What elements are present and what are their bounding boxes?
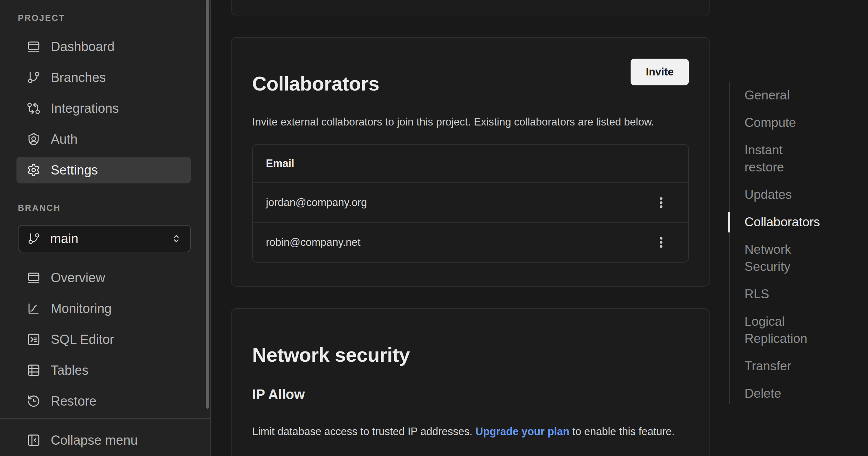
- settings-nav-compute[interactable]: Compute: [744, 114, 839, 131]
- ip-allow-description: Limit database access to trusted IP addr…: [252, 423, 686, 440]
- branch-selector[interactable]: main: [18, 225, 191, 252]
- ip-allow-subtitle: IP Allow: [252, 385, 689, 404]
- sidebar-item-sql-editor[interactable]: SQL Editor: [16, 326, 191, 353]
- network-security-card: Network security IP Allow Limit database…: [231, 308, 710, 456]
- sidebar-item-label: Integrations: [51, 101, 119, 116]
- sql-editor-icon: [27, 333, 40, 346]
- sidebar-item-label: Monitoring: [51, 301, 112, 316]
- git-branch-icon: [27, 71, 40, 84]
- sidebar-item-auth[interactable]: Auth: [16, 126, 191, 153]
- settings-nav-instant-restore[interactable]: Instantrestore: [744, 142, 839, 176]
- sidebar-item-dashboard[interactable]: Dashboard: [16, 33, 191, 60]
- upgrade-plan-link[interactable]: Upgrade your plan: [476, 425, 570, 437]
- sidebar-divider: [0, 418, 210, 419]
- shield-user-icon: [27, 132, 40, 146]
- tables-icon: [27, 363, 40, 377]
- chevrons-up-down-icon: [170, 232, 183, 245]
- monitoring-icon: [27, 302, 40, 315]
- project-nav-list: Dashboard Branches Integrations Auth Set…: [16, 33, 191, 183]
- email-column-header: Email: [266, 157, 294, 170]
- collaborators-title: Collaborators: [252, 72, 689, 96]
- sidebar-item-label: Settings: [51, 163, 98, 178]
- kebab-menu-icon: [654, 195, 669, 210]
- project-section-label: PROJECT: [18, 13, 210, 23]
- nav-item-label: Logical: [744, 313, 839, 330]
- overview-icon: [27, 271, 40, 285]
- table-row: robin@company.net: [253, 223, 688, 262]
- collaborators-description: Invite external collaborators to join th…: [252, 113, 669, 130]
- settings-nav-rls[interactable]: RLS: [744, 286, 839, 303]
- sidebar-item-label: Restore: [51, 394, 96, 409]
- description-text: Limit database access to trusted IP addr…: [252, 425, 476, 437]
- previous-card-partial: [231, 0, 710, 15]
- settings-nav-delete[interactable]: Delete: [744, 385, 839, 402]
- sidebar-item-monitoring[interactable]: Monitoring: [16, 295, 191, 322]
- sidebar-item-label: Tables: [51, 363, 89, 378]
- sidebar-item-label: SQL Editor: [51, 332, 114, 347]
- network-security-title: Network security: [252, 343, 689, 367]
- sidebar-item-settings[interactable]: Settings: [16, 157, 191, 183]
- table-header-row: Email: [253, 145, 688, 183]
- nav-item-label: Updates: [744, 186, 839, 203]
- row-menu-button[interactable]: [654, 195, 669, 210]
- nav-item-label: restore: [744, 159, 839, 176]
- invite-button[interactable]: Invite: [631, 59, 689, 85]
- git-branch-icon: [27, 232, 40, 245]
- integrations-icon: [27, 101, 40, 115]
- nav-item-label: General: [744, 87, 839, 104]
- nav-item-label: Network: [744, 241, 839, 258]
- kebab-menu-icon: [654, 235, 669, 250]
- settings-nav-general[interactable]: General: [744, 87, 839, 104]
- nav-item-label: Compute: [744, 114, 839, 131]
- row-menu-button[interactable]: [654, 235, 669, 250]
- settings-nav-transfer[interactable]: Transfer: [744, 358, 839, 375]
- nav-item-label: Replication: [744, 330, 839, 347]
- sidebar-item-label: Dashboard: [51, 39, 115, 54]
- sidebar-item-label: Auth: [51, 132, 78, 147]
- nav-item-label: Delete: [744, 385, 839, 402]
- settings-nav-logical-replication[interactable]: LogicalReplication: [744, 313, 839, 347]
- panel-collapse-icon: [27, 433, 40, 447]
- sidebar-item-label: Overview: [51, 271, 105, 285]
- sidebar-item-branches[interactable]: Branches: [16, 64, 191, 91]
- sidebar-item-label: Branches: [51, 70, 106, 85]
- sidebar-scrollbar[interactable]: [206, 0, 209, 409]
- sidebar-item-overview[interactable]: Overview: [16, 264, 191, 291]
- dashboard-icon: [27, 40, 40, 53]
- sidebar-item-tables[interactable]: Tables: [16, 357, 191, 384]
- nav-item-label: Instant: [744, 142, 839, 159]
- branch-selector-value: main: [50, 231, 78, 246]
- settings-nav-collaborators[interactable]: Collaborators: [744, 214, 839, 231]
- collaborators-table: Email jordan@company.org robin@company.n…: [252, 144, 689, 263]
- sidebar-item-restore[interactable]: Restore: [16, 388, 191, 415]
- collaborators-card: Collaborators Invite Invite external col…: [231, 37, 710, 287]
- gear-icon: [27, 163, 40, 177]
- settings-subnav: General Compute Instantrestore Updates C…: [729, 82, 839, 404]
- collapse-menu-button[interactable]: Collapse menu: [16, 427, 191, 454]
- project-sidebar: PROJECT Dashboard Branches Integrations …: [0, 0, 211, 456]
- branch-nav-list: Overview Monitoring SQL Editor Tables Re…: [16, 264, 191, 415]
- collaborator-email: jordan@company.org: [266, 196, 367, 209]
- collapse-menu-label: Collapse menu: [51, 433, 138, 448]
- description-text: to enable this feature.: [570, 425, 675, 437]
- collaborator-email: robin@company.net: [266, 236, 361, 249]
- sidebar-item-integrations[interactable]: Integrations: [16, 95, 191, 122]
- nav-item-label: Collaborators: [744, 214, 839, 231]
- table-row: jordan@company.org: [253, 183, 688, 223]
- restore-icon: [27, 394, 40, 408]
- nav-item-label: Security: [744, 258, 839, 275]
- branch-section-label: BRANCH: [18, 203, 210, 213]
- settings-nav-network-security[interactable]: NetworkSecurity: [744, 241, 839, 275]
- settings-nav-updates[interactable]: Updates: [744, 186, 839, 203]
- nav-item-label: Transfer: [744, 358, 839, 375]
- nav-item-label: RLS: [744, 286, 839, 303]
